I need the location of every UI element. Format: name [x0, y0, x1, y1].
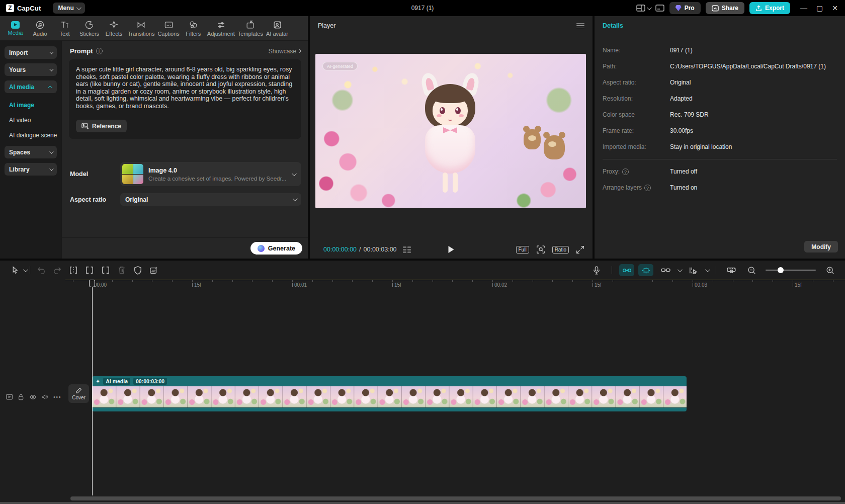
- gem-icon: [675, 5, 682, 11]
- divider: [30, 266, 30, 274]
- pro-button[interactable]: Pro: [669, 2, 701, 14]
- maximize-button[interactable]: ▢: [816, 4, 823, 12]
- ai-media-clip[interactable]: ✦ AI media 00:00:03:00: [92, 376, 687, 411]
- prompt-input[interactable]: A super cute little girl character, arou…: [69, 59, 301, 139]
- panel-layout-button[interactable]: [655, 5, 664, 12]
- detail-value: Turned off: [670, 168, 697, 175]
- detail-label: Imported media:: [603, 143, 670, 150]
- sidebar-item-library[interactable]: Library: [5, 163, 57, 176]
- tab-text[interactable]: Text: [52, 17, 77, 40]
- modify-button[interactable]: Modify: [804, 241, 838, 253]
- player-menu-icon[interactable]: [576, 23, 584, 29]
- ruler-label: 00:00: [94, 282, 107, 288]
- chevron-down-icon[interactable]: [705, 267, 710, 272]
- capcut-window: CapCut Menu 0917 (1) Pro Share: [0, 0, 845, 504]
- reference-button[interactable]: Reference: [76, 120, 127, 132]
- tab-transitions[interactable]: Transitions: [126, 17, 156, 40]
- full-button[interactable]: Full: [516, 246, 529, 254]
- close-button[interactable]: ✕: [832, 4, 838, 12]
- detail-row-color-space: Color space Rec. 709 SDR: [603, 107, 837, 123]
- tab-effects[interactable]: Effects: [102, 17, 126, 40]
- extract-frame-button[interactable]: [146, 264, 162, 277]
- auto-ripple-toggle[interactable]: [619, 264, 634, 276]
- layout-switch-button[interactable]: [636, 5, 650, 12]
- tab-media[interactable]: Media: [3, 17, 28, 40]
- sidebar-item-import[interactable]: Import: [5, 46, 57, 59]
- ruler-label: 15f: [795, 282, 802, 288]
- chevron-down-icon: [49, 166, 53, 171]
- model-dropdown[interactable]: Image 4.0 Create a cohesive set of image…: [120, 162, 301, 186]
- eye-icon[interactable]: [30, 394, 36, 400]
- clip-type-badge: AI media: [103, 378, 130, 385]
- preview-axis-toggle[interactable]: [638, 264, 653, 276]
- sidebar-item-ai-media[interactable]: AI media: [5, 80, 57, 93]
- help-icon[interactable]: ?: [622, 169, 629, 175]
- sidebar-item-ai-video[interactable]: AI video: [0, 113, 61, 128]
- tab-captions[interactable]: Captions: [156, 17, 181, 40]
- tab-filters[interactable]: Filters: [181, 17, 206, 40]
- timeline-preview-button[interactable]: [723, 264, 739, 277]
- detail-row-arrange-layers: Arrange layers? Turned on: [603, 180, 837, 196]
- undo-button[interactable]: [33, 264, 49, 277]
- sidebar-item-spaces[interactable]: Spaces: [5, 146, 57, 158]
- horizontal-scrollbar[interactable]: [70, 496, 841, 500]
- slider-handle[interactable]: [778, 267, 784, 273]
- tab-adjustment[interactable]: Adjustment: [206, 17, 236, 40]
- timeline-ruler[interactable]: 00:00 15f 00:01 15f 00:02 15f 00:03 15f: [65, 280, 845, 291]
- more-options-icon[interactable]: •••: [53, 394, 61, 400]
- detail-row-name: Name: 0917 (1): [603, 42, 837, 58]
- fullscreen-icon[interactable]: [576, 245, 584, 254]
- ai-image-content: Prompt i Showcase A super cute little gi…: [61, 41, 308, 259]
- cover-button[interactable]: Cover: [68, 384, 89, 403]
- divider: [603, 159, 837, 159]
- detail-label: Name:: [603, 47, 670, 54]
- record-voiceover-button[interactable]: [588, 264, 605, 277]
- play-button[interactable]: [449, 246, 454, 253]
- sidebar-item-ai-dialogue-scene[interactable]: AI dialogue scene: [0, 128, 61, 143]
- tab-ai-avatar[interactable]: AI avatar: [265, 17, 290, 40]
- menu-button[interactable]: Menu: [53, 3, 84, 14]
- detail-row-aspect-ratio: Aspect ratio: Original: [603, 74, 837, 91]
- playhead-handle[interactable]: [89, 280, 95, 287]
- tab-stickers[interactable]: Stickers: [77, 17, 102, 40]
- mute-icon[interactable]: [42, 394, 48, 400]
- export-button[interactable]: Export: [749, 2, 790, 14]
- select-tool-button[interactable]: [7, 264, 23, 277]
- generate-button[interactable]: Generate: [250, 242, 302, 255]
- snap-toggle-button[interactable]: [685, 264, 701, 277]
- link-clips-button[interactable]: [657, 264, 673, 277]
- minimize-button[interactable]: —: [800, 4, 807, 12]
- help-icon[interactable]: ?: [644, 185, 651, 191]
- current-time: 00:00:00:00: [323, 246, 357, 253]
- info-icon[interactable]: i: [96, 48, 103, 54]
- tab-templates[interactable]: Templates: [236, 17, 265, 40]
- timeline-zoom-slider[interactable]: [766, 270, 816, 271]
- ratio-button[interactable]: Ratio: [552, 246, 569, 254]
- delete-right-button[interactable]: [98, 264, 114, 277]
- preview-image[interactable]: AI-generated: [315, 54, 586, 208]
- tab-audio[interactable]: Audio: [28, 17, 52, 40]
- detail-value: 30.00fps: [670, 127, 693, 134]
- mask-button[interactable]: [130, 264, 146, 277]
- tab-label: Text: [59, 31, 69, 37]
- split-button[interactable]: [65, 264, 81, 277]
- sidebar-item-ai-image[interactable]: AI image: [0, 98, 61, 113]
- capcut-logo: CapCut: [0, 4, 46, 12]
- zoom-in-button[interactable]: [822, 264, 838, 277]
- detail-label: Frame rate:: [603, 127, 670, 134]
- focus-zoom-icon[interactable]: [536, 245, 545, 254]
- delete-left-button[interactable]: [81, 264, 98, 277]
- zoom-out-button[interactable]: [743, 264, 759, 277]
- frame-grid-icon[interactable]: [403, 246, 411, 253]
- chevron-down-icon: [76, 5, 81, 10]
- chevron-down-icon[interactable]: [678, 267, 683, 272]
- chevron-down-icon[interactable]: [23, 267, 28, 272]
- chevron-down-icon: [49, 149, 53, 153]
- lock-icon[interactable]: [18, 394, 24, 400]
- aspect-ratio-dropdown[interactable]: Original: [120, 193, 301, 206]
- showcase-link[interactable]: Showcase: [269, 48, 301, 55]
- sidebar-item-yours[interactable]: Yours: [5, 63, 57, 76]
- share-button[interactable]: Share: [706, 2, 744, 14]
- redo-button[interactable]: [49, 264, 65, 277]
- delete-button[interactable]: [114, 264, 130, 277]
